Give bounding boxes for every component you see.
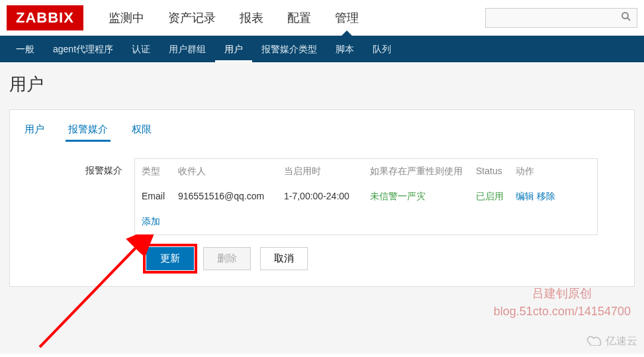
sub-nav: 一般 agent代理程序 认证 用户群组 用户 报警媒介类型 脚本 队列 bbox=[0, 36, 644, 62]
brand-watermark: 亿速云 bbox=[584, 334, 637, 348]
cell-action: 编辑 移除 bbox=[516, 191, 569, 203]
nav-reports[interactable]: 报表 bbox=[228, 0, 275, 36]
cell-recipient: 916551516@qq.com bbox=[178, 191, 284, 203]
header-status: Status bbox=[476, 166, 516, 178]
header-type: 类型 bbox=[142, 166, 178, 178]
search-input[interactable] bbox=[485, 8, 637, 28]
content-area: 用户 用户 报警媒介 权限 报警媒介 类型 收件人 当启用时 如果存在严重性则使… bbox=[0, 62, 644, 354]
svg-point-0 bbox=[622, 13, 628, 19]
media-form-row: 报警媒介 类型 收件人 当启用时 如果存在严重性则使用 Status 动作 Em… bbox=[22, 158, 622, 235]
subnav-authentication[interactable]: 认证 bbox=[122, 36, 160, 62]
tabs: 用户 报警媒介 权限 bbox=[22, 119, 622, 142]
remove-link[interactable]: 移除 bbox=[537, 191, 555, 201]
delete-button: 删除 bbox=[203, 247, 251, 270]
cell-when: 1-7,00:00-24:00 bbox=[284, 191, 370, 203]
update-button[interactable]: 更新 bbox=[146, 247, 194, 270]
watermark-line2: blog.51cto.com/14154700 bbox=[494, 303, 631, 321]
cloud-icon bbox=[584, 334, 603, 348]
tab-user[interactable]: 用户 bbox=[22, 119, 47, 142]
tab-permissions[interactable]: 权限 bbox=[129, 119, 154, 142]
media-table: 类型 收件人 当启用时 如果存在严重性则使用 Status 动作 Email 9… bbox=[134, 158, 598, 235]
subnav-users[interactable]: 用户 bbox=[215, 36, 252, 62]
header-action: 动作 bbox=[516, 166, 569, 178]
nav-administration[interactable]: 管理 bbox=[323, 0, 371, 36]
nav-inventory[interactable]: 资产记录 bbox=[156, 0, 228, 36]
cell-severity: 未信警一严灾 bbox=[370, 191, 476, 203]
subnav-user-groups[interactable]: 用户群组 bbox=[160, 36, 215, 62]
search-icon bbox=[621, 11, 631, 24]
subnav-general[interactable]: 一般 bbox=[7, 36, 44, 62]
watermark-line1: 吕建钊原创 bbox=[494, 285, 631, 303]
media-table-header: 类型 收件人 当启用时 如果存在严重性则使用 Status 动作 bbox=[135, 159, 597, 184]
top-bar: ZABBIX 监测中 资产记录 报表 配置 管理 bbox=[0, 0, 644, 36]
subnav-scripts[interactable]: 脚本 bbox=[326, 36, 363, 62]
header-when: 当启用时 bbox=[284, 166, 370, 178]
cell-status: 已启用 bbox=[476, 191, 516, 203]
media-label: 报警媒介 bbox=[22, 158, 134, 177]
add-link[interactable]: 添加 bbox=[135, 209, 597, 234]
subnav-media-types[interactable]: 报警媒介类型 bbox=[252, 36, 326, 62]
logo: ZABBIX bbox=[7, 5, 83, 30]
tab-media[interactable]: 报警媒介 bbox=[66, 119, 111, 142]
subnav-queue[interactable]: 队列 bbox=[363, 36, 400, 62]
page-title: 用户 bbox=[9, 73, 635, 96]
cancel-button[interactable]: 取消 bbox=[260, 247, 308, 270]
nav-configuration[interactable]: 配置 bbox=[275, 0, 323, 36]
svg-line-1 bbox=[627, 18, 630, 21]
watermark: 吕建钊原创 blog.51cto.com/14154700 bbox=[494, 285, 631, 321]
subnav-proxies[interactable]: agent代理程序 bbox=[44, 36, 122, 62]
panel: 用户 报警媒介 权限 报警媒介 类型 收件人 当启用时 如果存在严重性则使用 S… bbox=[9, 109, 635, 287]
table-row: Email 916551516@qq.com 1-7,00:00-24:00 未… bbox=[135, 184, 597, 209]
button-row: 更新 删除 取消 bbox=[146, 247, 622, 270]
top-nav: 监测中 资产记录 报表 配置 管理 bbox=[97, 0, 485, 36]
edit-link[interactable]: 编辑 bbox=[516, 191, 534, 201]
header-severity: 如果存在严重性则使用 bbox=[370, 166, 476, 178]
cell-type: Email bbox=[142, 191, 178, 203]
header-recipient: 收件人 bbox=[178, 166, 284, 178]
nav-monitoring[interactable]: 监测中 bbox=[97, 0, 156, 36]
